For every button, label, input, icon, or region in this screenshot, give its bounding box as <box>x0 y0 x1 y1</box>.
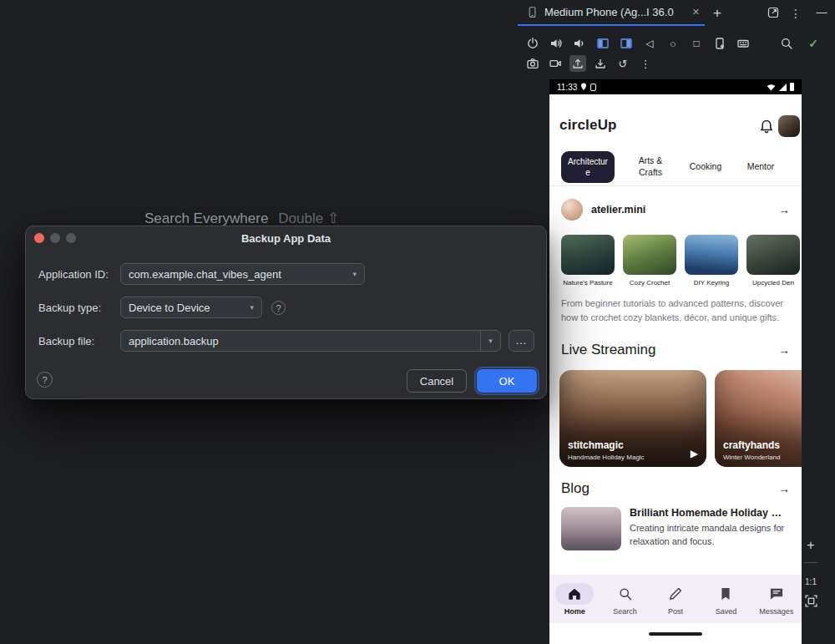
video-camera-icon <box>549 57 562 70</box>
backup-file-value: application.backup <box>129 335 219 347</box>
backup-file-combobox[interactable]: application.backup ▾ <box>120 330 501 352</box>
back-button[interactable]: ◁ <box>641 35 658 52</box>
close-tab-icon[interactable]: ✕ <box>692 7 700 18</box>
backup-type-help-button[interactable]: ? <box>271 301 286 315</box>
restore-icon: ↺ <box>619 58 628 69</box>
card-diy-keyring[interactable]: DIY Keyring <box>685 235 738 287</box>
display-mode-left-button[interactable] <box>595 35 611 52</box>
chat-icon <box>757 583 796 605</box>
backup-type-label: Backup type: <box>38 302 101 314</box>
stream-name: stitchmagic <box>568 439 624 451</box>
open-in-window-icon <box>767 6 780 19</box>
blog-header: Blog → <box>561 480 790 497</box>
chevron-down-icon: ▾ <box>250 303 254 312</box>
overview-button[interactable]: □ <box>688 35 705 52</box>
volume-up-button[interactable] <box>548 35 564 52</box>
tab-cooking[interactable]: Cooking <box>686 161 725 173</box>
craft-cards-row: Nature's Pasture Cozy Crochet DIY Keyrin… <box>561 235 800 287</box>
chevron-down-icon[interactable]: ▾ <box>480 331 500 351</box>
home-button[interactable]: ○ <box>665 35 681 52</box>
power-icon <box>526 37 539 50</box>
screenshot-device-icon <box>713 37 726 50</box>
ok-button[interactable]: OK <box>477 369 537 393</box>
screenshot-device-button[interactable] <box>711 35 728 52</box>
application-id-dropdown[interactable]: com.example.chat_vibes_agent ▾ <box>120 263 365 285</box>
live-streaming-header: Live Streaming → <box>561 342 790 358</box>
blog-post-title: Brilliant Homemade Holiday … <box>630 507 793 519</box>
stream-stitchmagic[interactable]: stitchmagic Handmade Holiday Magic ▶ <box>559 370 706 467</box>
power-button[interactable] <box>524 35 541 52</box>
volume-down-button[interactable] <box>571 35 588 52</box>
play-icon[interactable]: ▶ <box>691 448 698 459</box>
more-vertical-icon: ⋮ <box>640 58 651 69</box>
new-tab-button[interactable]: + <box>708 3 726 23</box>
creator-name: atelier.mini <box>591 204 645 216</box>
plus-icon: + <box>713 5 721 22</box>
plus-icon: + <box>807 538 814 552</box>
gesture-bar[interactable] <box>649 632 702 636</box>
application-id-value: com.example.chat_vibes_agent <box>129 268 281 281</box>
cancel-label: Cancel <box>420 375 453 388</box>
card-upcycled-den[interactable]: Upcycled Den <box>746 235 800 287</box>
stream-craftyhands[interactable]: craftyhands Winter Wonderland <box>715 370 802 467</box>
display-mode-right-icon <box>620 37 633 50</box>
creator-row[interactable]: atelier.mini → <box>561 198 790 221</box>
hide-panel-button[interactable]: — <box>813 2 830 22</box>
screen-record-button[interactable] <box>547 55 564 72</box>
emulator-screen[interactable]: 11:33 circleUp Architecture Arts & Craft… <box>549 79 802 644</box>
volume-down-icon <box>573 37 586 50</box>
zoom-level-label[interactable]: 1:1 <box>805 577 817 586</box>
camera-button[interactable] <box>524 55 541 72</box>
emulator-toolbar-row1: ◁ ○ □ <box>524 35 752 52</box>
search-everywhere-text: Search Everywhere <box>144 210 268 226</box>
download-button[interactable] <box>592 55 609 72</box>
search-icon <box>606 583 645 605</box>
browse-button[interactable]: ... <box>509 330 534 352</box>
keyboard-button[interactable] <box>735 35 752 52</box>
keyboard-icon <box>736 37 750 50</box>
profile-avatar[interactable] <box>778 115 800 137</box>
card-natures-pasture[interactable]: Nature's Pasture <box>561 235 615 287</box>
nav-item-search[interactable]: Search <box>600 575 650 623</box>
upload-button[interactable] <box>569 55 586 72</box>
nav-item-saved[interactable]: Saved <box>701 575 751 623</box>
emulator-tab-title: Medium Phone (Ag...I 36.0 <box>544 6 674 18</box>
card-cozy-crochet[interactable]: Cozy Crochet <box>623 235 676 287</box>
open-in-window-button[interactable] <box>767 6 782 21</box>
device-ready-indicator: ✓ <box>805 35 822 52</box>
snapshot-restore-button[interactable]: ↺ <box>615 55 631 72</box>
device-icon <box>526 6 539 18</box>
tab-architecture[interactable]: Architecture <box>561 151 615 183</box>
tab-arts-crafts[interactable]: Arts & Crafts <box>631 155 670 178</box>
minimize-icon: — <box>817 6 827 18</box>
zoom-in-button[interactable]: + <box>807 538 814 555</box>
tab-mentor[interactable]: Mentor <box>741 161 780 173</box>
backup-type-dropdown[interactable]: Device to Device ▾ <box>120 297 262 318</box>
nav-item-home[interactable]: Home <box>549 575 600 623</box>
blog-post-item[interactable]: Brilliant Homemade Holiday … Creating in… <box>561 507 793 550</box>
arrow-right-icon[interactable]: → <box>778 203 790 216</box>
category-tabs: Architecture Arts & Crafts Cooking Mento… <box>549 148 802 186</box>
chevron-down-icon: ▾ <box>352 270 357 278</box>
arrow-right-icon[interactable]: → <box>778 343 790 357</box>
display-mode-right-button[interactable] <box>618 35 635 52</box>
emulator-tab[interactable]: Medium Phone (Ag...I 36.0 ✕ <box>518 0 705 26</box>
backup-app-data-dialog: Backup App Data Application ID: com.exam… <box>25 226 547 399</box>
live-streams-row: stitchmagic Handmade Holiday Magic ▶ cra… <box>559 370 802 467</box>
nav-item-post[interactable]: Post <box>650 575 701 623</box>
emulator-toolbar-row2: ↺ ⋮ <box>524 55 654 72</box>
panel-options-button[interactable]: ⋮ <box>788 3 803 23</box>
nav-item-messages[interactable]: Messages <box>752 575 802 623</box>
cancel-button[interactable]: Cancel <box>407 369 467 393</box>
arrow-right-icon[interactable]: → <box>778 482 790 495</box>
zoom-mode-button[interactable] <box>778 35 795 52</box>
card-label: DIY Keyring <box>685 279 738 287</box>
bell-icon <box>758 119 775 135</box>
backup-type-value: Device to Device <box>129 302 210 314</box>
fit-screen-button[interactable] <box>805 595 817 607</box>
dialog-help-button[interactable]: ? <box>37 372 53 388</box>
nav-label: Messages <box>759 607 793 616</box>
ok-label: OK <box>499 375 515 388</box>
toolbar-more-button[interactable]: ⋮ <box>637 55 654 72</box>
notifications-button[interactable] <box>758 119 775 135</box>
